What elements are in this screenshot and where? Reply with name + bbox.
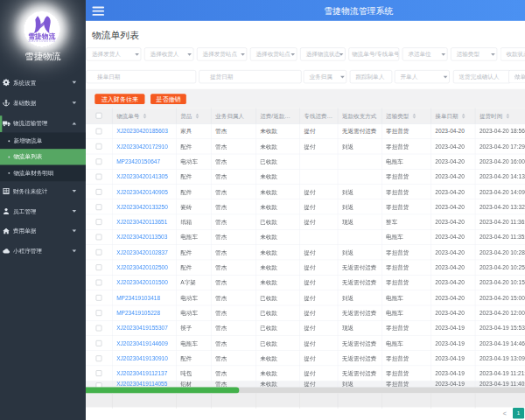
svg-text:雪捷物流: 雪捷物流 (28, 32, 56, 40)
svg-text:XUEJIE LOGISTICS: XUEJIE LOGISTICS (28, 39, 55, 43)
